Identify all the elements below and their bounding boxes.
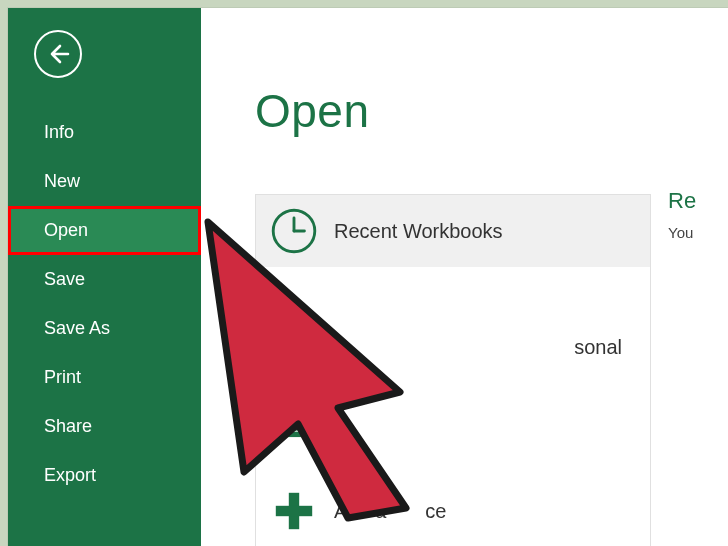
source-computer[interactable]	[256, 383, 650, 455]
source-recent-workbooks[interactable]: Recent Workbooks	[256, 195, 650, 267]
plus-icon	[268, 485, 320, 537]
sidebar-item-label: Save As	[44, 318, 110, 339]
sidebar-item-label: Open	[44, 220, 88, 241]
sidebar-item-label: Export	[44, 465, 96, 486]
sidebar: Info New Open Save Save As Print Share E…	[8, 8, 201, 546]
right-subtext: You	[668, 224, 728, 241]
source-add-place[interactable]: Add a ce	[256, 475, 650, 546]
sidebar-item-new[interactable]: New	[8, 157, 201, 206]
sidebar-menu: Info New Open Save Save As Print Share E…	[8, 108, 201, 500]
sidebar-item-print[interactable]: Print	[8, 353, 201, 402]
clock-icon	[268, 205, 320, 257]
svg-rect-5	[285, 430, 302, 433]
spacer	[256, 267, 650, 311]
sidebar-item-label: Save	[44, 269, 85, 290]
back-button[interactable]	[34, 30, 82, 78]
svg-rect-8	[276, 506, 312, 516]
sidebar-item-label: Info	[44, 122, 74, 143]
sidebar-item-save[interactable]: Save	[8, 255, 201, 304]
spacer	[256, 455, 650, 475]
source-label: sonal	[574, 336, 622, 359]
sidebar-item-label: Share	[44, 416, 92, 437]
sidebar-item-open[interactable]: Open	[8, 206, 201, 255]
sidebar-item-label: Print	[44, 367, 81, 388]
sidebar-item-share[interactable]: Share	[8, 402, 201, 451]
arrow-left-icon	[46, 42, 70, 66]
main-pane: Open Recent Workbooks sonal	[201, 8, 728, 546]
sidebar-item-label: New	[44, 171, 80, 192]
source-label: Add a ce	[334, 500, 446, 523]
computer-icon	[268, 393, 320, 445]
svg-rect-4	[278, 407, 310, 424]
right-heading: Re	[668, 188, 728, 214]
page-title: Open	[255, 84, 728, 138]
open-source-list: Recent Workbooks sonal	[255, 194, 651, 546]
right-preview-pane: Re You	[668, 188, 728, 241]
sidebar-item-save-as[interactable]: Save As	[8, 304, 201, 353]
backstage-view: Book Info New Open Save Save As Print Sh…	[8, 8, 728, 546]
source-personal[interactable]: sonal	[256, 311, 650, 383]
sidebar-item-export[interactable]: Export	[8, 451, 201, 500]
svg-rect-6	[281, 434, 307, 436]
source-label: Recent Workbooks	[334, 220, 503, 243]
sidebar-item-info[interactable]: Info	[8, 108, 201, 157]
